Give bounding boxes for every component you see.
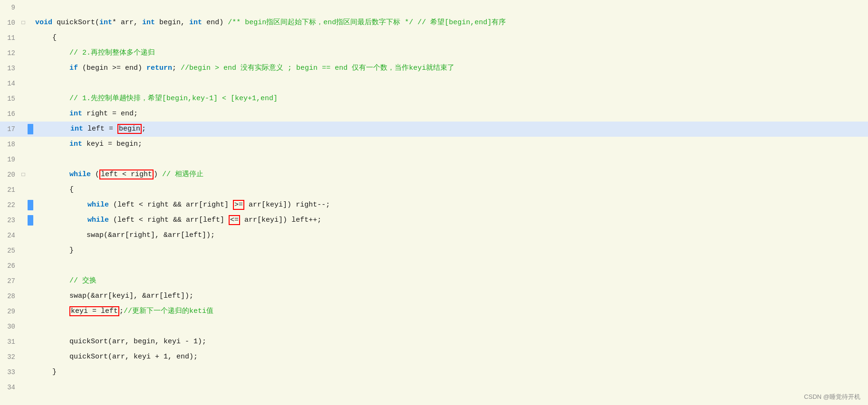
code-line-18: 18 int keyi = begin; <box>0 137 868 152</box>
code-line-34: 34 <box>0 380 868 395</box>
line-num-13: 13 <box>0 65 19 72</box>
code-line-28: 28 swap(&arr[keyi], &arr[left]); <box>0 289 868 304</box>
code-line-14: 14 <box>0 76 868 91</box>
code-editor: 9 10 □ void quickSort(int* arr, int begi… <box>0 0 868 405</box>
line-num-30: 30 <box>0 323 19 330</box>
line-num-12: 12 <box>0 49 19 57</box>
line-num-9: 9 <box>0 4 19 11</box>
code-line-9: 9 <box>0 0 868 15</box>
line-num-15: 15 <box>0 95 19 103</box>
code-line-13: 13 if (begin >= end) return; //begin > e… <box>0 61 868 76</box>
code-line-15: 15 // 1.先控制单趟快排，希望[begin,key-1] < [key+1… <box>0 91 868 106</box>
line-num-24: 24 <box>0 232 19 239</box>
code-line-21: 21 { <box>0 182 868 198</box>
code-line-26: 26 <box>0 258 868 273</box>
line-num-28: 28 <box>0 292 19 300</box>
code-line-29: 29 keyi = left;//更新下一个递归的keti值 <box>0 304 868 319</box>
code-line-22: 22 while (left < right && arr[right] >= … <box>0 198 868 213</box>
line-num-19: 19 <box>0 156 19 163</box>
watermark: CSDN @睡觉待开机 <box>804 393 860 401</box>
code-line-19: 19 <box>0 152 868 167</box>
line-num-25: 25 <box>0 247 19 254</box>
code-line-10: 10 □ void quickSort(int* arr, int begin,… <box>0 15 868 30</box>
line-num-31: 31 <box>0 338 19 346</box>
code-line-33: 33 } <box>0 365 868 380</box>
code-line-17: 17 int left = begin; <box>0 122 868 137</box>
line-num-33: 33 <box>0 368 19 376</box>
code-line-20: 20 □ while (left < right) // 相遇停止 <box>0 167 868 182</box>
code-line-12: 12 // 2.再控制整体多个递归 <box>0 46 868 61</box>
line-num-10: 10 <box>0 19 19 27</box>
line-num-22: 22 <box>0 201 19 209</box>
line-num-23: 23 <box>0 217 19 224</box>
code-line-30: 30 <box>0 319 868 334</box>
code-line-31: 31 quickSort(arr, begin, keyi - 1); <box>0 334 868 349</box>
code-line-32: 32 quickSort(arr, keyi + 1, end); <box>0 349 868 365</box>
line-num-16: 16 <box>0 110 19 118</box>
line-num-20: 20 <box>0 171 19 179</box>
line-num-29: 29 <box>0 308 19 315</box>
line-num-27: 27 <box>0 277 19 285</box>
line-num-18: 18 <box>0 141 19 148</box>
code-line-24: 24 swap(&arr[right], &arr[left]); <box>0 228 868 243</box>
code-line-11: 11 { <box>0 30 868 46</box>
code-line-27: 27 // 交换 <box>0 273 868 289</box>
code-line-16: 16 int right = end; <box>0 106 868 122</box>
line-num-34: 34 <box>0 384 19 391</box>
line-num-14: 14 <box>0 80 19 87</box>
line-num-21: 21 <box>0 186 19 194</box>
line-num-32: 32 <box>0 353 19 361</box>
line-num-26: 26 <box>0 262 19 270</box>
line-num-17: 17 <box>0 125 19 133</box>
line-num-11: 11 <box>0 34 19 42</box>
code-line-25: 25 } <box>0 243 868 258</box>
code-line-23: 23 while (left < right && arr[left] <= a… <box>0 213 868 228</box>
